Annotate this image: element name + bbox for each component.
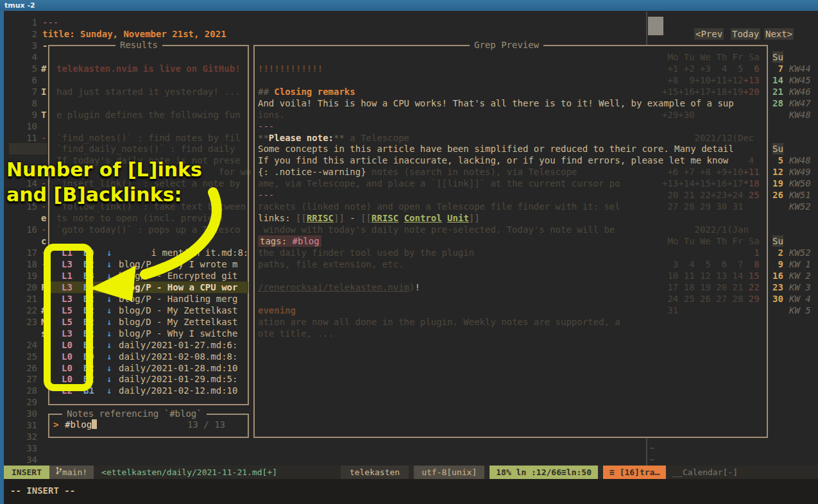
scrollbar-thumb[interactable] [648,17,663,35]
gutter-line-number: 3 [13,40,37,51]
git-branch-icon [56,466,62,475]
gutter-line-number: 6 [13,74,37,86]
preview-text: ! [414,282,420,292]
calendar-sunday-header: Su [772,51,783,63]
empty-line-tilde: ~ [649,454,654,466]
preview-text: ame, via Telescope, and place a `[[link]… [258,178,620,189]
preview-line: Some concepts in this article have been … [258,143,734,155]
preview-line: ame, via Telescope, and place a `[[link]… [258,178,620,189]
calendar-sunday-date[interactable]: 19 [772,178,783,189]
calendar-week-label: KW52 [789,247,811,258]
preview-text: ** [258,133,269,143]
calendar-week-label: KW52 [789,201,811,212]
calendar-sunday-date[interactable]: 23 [772,281,783,293]
preview-text: /renerocksai/telekasten.nvim [258,282,409,292]
calendar-sunday-date[interactable]: 30 [772,293,783,305]
calendar-sunday-date[interactable]: 16 [772,270,783,281]
markdown-file-icon: ↓ [107,373,112,385]
gutter-line-number: 2 [13,28,37,40]
gutter-line-number: 21 [13,293,37,305]
preview-text: Closing remarks [274,87,355,97]
screen: tmux -2 L2B1↓daily/2021-02-12.md:10L0B2↓… [0,0,818,504]
preview-line: And voila! This is how a CPU works! That… [258,97,734,109]
markdown-file-icon: ↓ [107,362,112,374]
tab-indicator[interactable]: ≡ [16]tra… [603,466,666,479]
gutter-line-number: 19 [13,270,37,281]
calendar-prev-button[interactable]: <Prev [694,28,724,40]
preview-line: links: [[RRISC]] - [[RRISC Control Unit]… [258,212,480,224]
wiki-link[interactable]: Unit [447,213,469,223]
result-entry-label: daily/2021-01-28.md:10 [119,362,237,374]
markdown-file-icon: ↓ [107,316,112,328]
calendar-sunday-date[interactable]: 7 [772,63,783,74]
preview-text: paths, file extension, etc. [258,259,404,269]
preview-text [442,213,447,223]
search-input[interactable]: #blog [65,419,97,430]
preview-text: ]] [469,213,480,223]
gutter-line-number: 27 [13,373,37,385]
gutter-line-number: 22 [13,305,37,316]
gutter-line-number: 33 [13,442,37,454]
buffer-margin-char: c [41,235,46,247]
calendar-week-label: KW 5 [789,305,811,316]
wiki-link[interactable]: RRISC [307,213,334,223]
calendar-week-label: KW44 [789,63,811,74]
tab-label: [16]tra… [620,466,660,479]
preview-line: !!!!!!!!!!!! [258,63,323,74]
preview-text: Some concepts in this article have been … [258,144,734,154]
text-cursor [92,419,97,429]
gutter-line-number: 16 [13,224,37,235]
gutter-line-number: 28 [13,385,37,396]
preview-text: [[ [296,213,307,223]
gutter-line-number: 17 [13,247,37,258]
wiki-link[interactable]: Control [404,213,442,223]
calendar-week-label: KW48 [789,155,811,166]
preview-text: ation are now all done in the plugin. We… [258,317,620,327]
calendar-week-label: KW 3 [789,281,811,293]
gutter-line-number: 4 [13,51,37,63]
preview-text: ** [334,133,345,143]
buffer-margin-char: T [41,109,46,121]
buffer-margin-char: # [41,63,46,74]
calendar-next-button[interactable]: Next> [764,28,794,40]
buffer-line: --- [42,17,58,28]
result-entry-label: daily/2021-01-29.md:5: [119,373,237,385]
preview-line: **Please note:** a Telescope [258,132,409,144]
calendar-sunday-date[interactable]: 2 [772,247,783,258]
calendar-sunday-date[interactable]: 26 [772,189,783,201]
gutter-line-number: 34 [13,454,37,466]
preview-text: --- [258,121,274,131]
calendar-sunday-date[interactable]: 14 [772,74,783,86]
gutter-line-number: 7 [13,86,37,97]
calendar-sunday-date[interactable]: 5 [772,155,783,166]
preview-line: --- [258,189,274,201]
preview-text: window with today's daily note pre-selec… [258,224,615,235]
buffer-margin-char: - [41,132,46,144]
result-entry-label: blog/D - My Zettelkast [119,305,237,316]
preview-line: the daily finder tool used by the plugin [258,247,474,258]
mode-indicator: INSERT [4,466,49,479]
buffer-line: title: Sunday, November 21st, 2021 [42,28,226,40]
preview-line: {: .notice--warning} notes (search in no… [258,166,577,178]
tag-highlight: tags: #blog [258,235,321,247]
calendar-sunday-date[interactable]: 9 [772,258,783,270]
result-entry-label: daily/2021-02-12.md:10 [119,385,237,396]
preview-line: --- [258,121,274,132]
prompt-window[interactable]: Notes referencing `#blog` > #blog 13 / 1… [48,414,249,438]
preview-text: [[ [361,213,371,223]
gutter-line-number: 32 [13,431,37,442]
markdown-file-icon: ↓ [107,339,112,351]
calendar-sunday-date[interactable]: 28 [772,97,783,109]
preview-text: If you find this article inaccurate, lac… [258,155,728,165]
tab-icon: ≡ [609,466,615,479]
calendar-sunday-date[interactable]: 21 [772,86,783,97]
preview-window-title: Grep Preview [470,40,543,50]
prompt-caret: > [53,419,58,430]
calendar-sunday-header: Su [772,143,783,155]
calendar-today-button[interactable]: Today [731,28,760,40]
preview-text: !!!!!!!!!!!! [258,63,323,74]
preview-line: If you find this article inaccurate, lac… [258,155,728,166]
wiki-link[interactable]: RRISC [371,213,398,223]
empty-line-tilde: ~ [649,442,654,454]
calendar-sunday-date[interactable]: 12 [772,166,783,178]
